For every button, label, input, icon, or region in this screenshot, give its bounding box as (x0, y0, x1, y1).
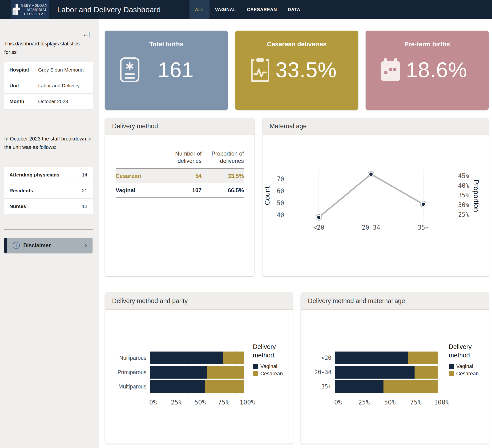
row-count: 54 (164, 173, 202, 179)
nav-tab-data[interactable]: DATA (283, 0, 306, 19)
kpi-row: Total births 161 Cesarean deliveries 33.… (105, 30, 489, 110)
staff-table: Attending physicians 14 Residents 21 Nur… (4, 167, 93, 214)
x-tick: 100% (239, 398, 255, 406)
svg-text:45%: 45% (458, 172, 469, 179)
row-value: Grey Sloan Memorial (38, 67, 84, 73)
table-row: Hospital Grey Sloan Memorial (4, 62, 93, 78)
staff-intro-text: In October 2023 the staff breakdown in t… (4, 135, 92, 151)
stacked-bar (150, 351, 244, 364)
sidebar-intro-text: This dashboard displays statistics for:s… (4, 40, 92, 57)
panel-title: Delivery method and maternal age (301, 293, 489, 310)
kpi-title: Pre-term births (366, 30, 489, 48)
bar-segment-vaginal (335, 366, 415, 378)
x-tick: 0% (149, 398, 157, 406)
category-label: Nulliparous (112, 355, 150, 361)
svg-text:35%: 35% (458, 192, 469, 199)
legend-item: Vaginal (449, 363, 489, 369)
row-proportion: 33.5% (202, 173, 244, 179)
stacked-bar (335, 351, 438, 364)
kpi-card-cesarean-deliveries: Cesarean deliveries 33.5% (235, 30, 358, 110)
x-tick: 75% (218, 398, 229, 406)
disclaimer-button[interactable]: i Disclaimer › (4, 238, 93, 253)
table-row: Residents 21 (4, 183, 93, 199)
bar-segment-cesarean (207, 366, 244, 378)
table-row: Attending physicians 14 (4, 167, 93, 183)
row-value: 12 (82, 204, 87, 209)
table-row: Nurses 12 (4, 199, 93, 214)
app-header: GREY + SLOAN MEMORIAL HOSPITAL Labor and… (0, 0, 492, 19)
x-tick: 75% (410, 398, 422, 406)
svg-text:70: 70 (277, 176, 284, 183)
svg-text:35+: 35+ (418, 224, 429, 231)
hospital-logo: GREY + SLOAN MEMORIAL HOSPITAL (11, 0, 49, 19)
parity-stacked-bar-chart: NulliparousPrimiparousMultiparous0%25%50… (112, 351, 247, 408)
row-label: Residents (10, 188, 33, 193)
x-tick: 50% (384, 398, 396, 406)
bar-segment-vaginal (150, 380, 205, 393)
kpi-value: 33.5% (254, 58, 358, 82)
info-icon: i (13, 242, 20, 249)
row-count: 107 (164, 187, 202, 194)
svg-text:40%: 40% (458, 182, 469, 189)
bar-row: 35+ (308, 380, 442, 393)
stacked-bar (335, 380, 438, 393)
panel-delivery-method-parity: Delivery method and parity NulliparousPr… (105, 292, 293, 444)
age-stacked-bar-chart: <2020-3435+0%25%50%75%100% (308, 351, 442, 408)
table-row: Unit Labor and Delivery (4, 78, 93, 94)
bar-row: Multiparous (112, 380, 247, 393)
panel-delivery-method: Delivery method Number of deliveries Pro… (105, 118, 255, 277)
bar-segment-cesarean (383, 380, 438, 393)
svg-text:40: 40 (277, 211, 284, 219)
kpi-card-total-births: Total births 161 (105, 30, 228, 110)
bar-segment-cesarean (205, 380, 244, 393)
delivery-method-table: Number of deliveries Proportion of deliv… (116, 146, 244, 198)
kpi-title: Total births (105, 30, 228, 48)
sidebar-collapse-icon[interactable]: ←| (83, 30, 90, 38)
svg-text:25%: 25% (458, 211, 469, 218)
kpi-value: 18.6% (384, 58, 489, 82)
category-label: 20-34 (308, 369, 335, 376)
sidebar: ←| This dashboard displays statistics fo… (0, 19, 99, 448)
column-header: Proportion of deliveries (202, 150, 244, 164)
bar-segment-vaginal (150, 351, 223, 364)
panel-title: Maternal age (263, 118, 489, 135)
x-axis: 0%25%50%75%100% (338, 397, 442, 408)
legend-item: Cesarean (449, 371, 489, 377)
legend: Delivery method Vaginal Cesarean (253, 343, 293, 378)
x-tick: 100% (434, 398, 449, 406)
bar-segment-cesarean (415, 366, 438, 378)
chevron-right-icon: › (85, 240, 87, 249)
main-nav: ALL VAGINAL CAESAREAN DATA (189, 0, 306, 19)
stacked-bar (150, 366, 244, 378)
disclaimer-accent-bar (4, 238, 7, 253)
stacked-bar (335, 366, 438, 378)
cesarean-swatch (449, 371, 454, 376)
svg-text:60: 60 (277, 188, 284, 195)
legend-item: Vaginal (253, 363, 293, 369)
divider (4, 229, 93, 230)
svg-text:50: 50 (277, 199, 284, 207)
bar-segment-cesarean (408, 351, 438, 364)
svg-text:Proportion: Proportion (472, 179, 480, 212)
category-label: Primiparous (112, 369, 150, 376)
table-row: Month October 2023 (4, 94, 93, 110)
panel-title: Delivery method and parity (105, 293, 293, 310)
row-value: Labor and Delivery (38, 83, 80, 89)
panel-delivery-method-maternal-age: Delivery method and maternal age <2020-3… (301, 292, 489, 444)
maternal-age-chart: 4050607025%30%35%40%45%<2020-3435+CountP… (263, 135, 489, 277)
stacked-bar (150, 380, 244, 393)
legend: Delivery method Vaginal Cesarean (449, 343, 489, 378)
nav-tab-caesarean[interactable]: CAESAREAN (242, 0, 283, 19)
row-label: Attending physicians (10, 172, 59, 178)
x-tick: 25% (171, 398, 183, 406)
page-title: Labor and Delivery Dashboard (57, 0, 161, 19)
row-value: 21 (82, 188, 87, 193)
x-tick: 25% (358, 398, 370, 406)
panel-maternal-age: Maternal age 4050607025%30%35%40%45%<202… (262, 118, 489, 277)
x-tick: 0% (334, 398, 342, 406)
svg-text:<20: <20 (313, 224, 324, 231)
table-row-cesarean: Cesarean 54 33.5% (116, 169, 244, 183)
nav-tab-all[interactable]: ALL (189, 0, 209, 19)
nav-tab-vaginal[interactable]: VAGINAL (209, 0, 242, 19)
legend-title: Delivery method (449, 343, 489, 359)
